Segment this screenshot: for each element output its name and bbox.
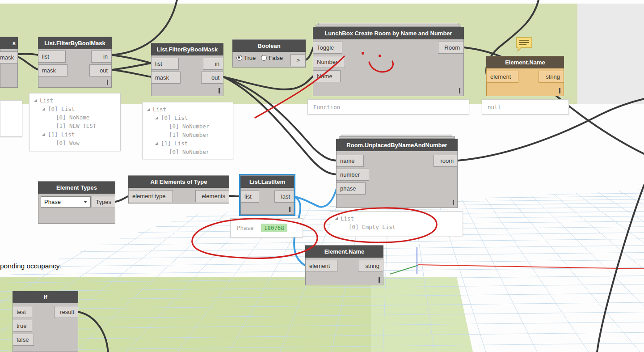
preview-bubble-room[interactable]: List [0] Empty List <box>330 211 463 236</box>
phase-label: Phase <box>237 225 254 231</box>
canvas-text-note[interactable]: ponding occupancy. <box>0 262 61 270</box>
node-room-unplaced[interactable]: Room.UnplacedByNameAndNumber name number… <box>336 139 458 208</box>
lacing-icon[interactable] <box>459 88 460 93</box>
tree-item-label: [1] NEW TEST <box>56 123 96 129</box>
tree-row: List <box>334 214 459 223</box>
node-list-lastitem[interactable]: List.LastItem list last <box>240 175 294 215</box>
preview-bubble-phase[interactable]: Phase 180768 <box>230 218 303 237</box>
tree-item-label: List <box>153 106 166 113</box>
input-port-element[interactable]: element <box>486 71 518 83</box>
node-header[interactable]: List.LastItem <box>240 176 294 188</box>
output-port-last[interactable]: last <box>274 191 294 203</box>
node-header[interactable]: Boolean <box>232 40 306 52</box>
node-header[interactable]: Element.Name <box>305 246 383 258</box>
output-port-in[interactable]: in <box>203 58 223 70</box>
note-icon[interactable] <box>516 37 534 54</box>
node-fragment-left[interactable]: s mask <box>0 37 18 88</box>
boolean-options: True False <box>236 55 288 61</box>
input-port-element[interactable]: element <box>305 260 337 272</box>
expander-icon[interactable] <box>335 217 338 220</box>
node-list-filterbyboolmask-2[interactable]: List.FilterByBoolMask list mask in out <box>151 43 223 96</box>
phase-preview-row: Phase 180768 <box>231 219 303 237</box>
node-all-elements-of-type[interactable]: All Elements of Type element type elemen… <box>128 175 229 204</box>
output-port-room[interactable]: room <box>434 155 458 167</box>
output-port-elements[interactable]: elements <box>195 190 229 202</box>
input-port-mask[interactable]: mask <box>151 72 181 84</box>
node-header[interactable]: s <box>0 37 18 49</box>
dropdown-value: Phase <box>44 199 61 205</box>
node-header[interactable]: All Elements of Type <box>128 176 229 188</box>
node-list-filterbyboolmask-1[interactable]: List.FilterByBoolMask list mask in out <box>38 37 112 88</box>
tree-item-label: [1] NoNumber <box>169 131 209 138</box>
radio-true[interactable] <box>236 55 242 61</box>
input-port-phase[interactable]: phase <box>336 182 366 195</box>
node-header[interactable]: Element Types <box>38 182 115 194</box>
tree-item-label: [1] List <box>48 131 75 138</box>
node-header[interactable]: List.FilterByBoolMask <box>151 43 223 55</box>
node-boolean[interactable]: Boolean True False > <box>232 39 306 68</box>
node-lunchbox-create-room[interactable]: LunchBox Create Room by Name and Number … <box>313 27 464 96</box>
input-port-list[interactable]: list <box>240 191 259 203</box>
expander-icon[interactable] <box>155 142 158 145</box>
input-port-number[interactable]: number <box>336 169 369 181</box>
tree-item-label: [0] NoNumber <box>169 148 209 155</box>
expander-icon[interactable] <box>34 99 37 102</box>
lacing-icon[interactable] <box>453 200 454 205</box>
input-port-list[interactable]: list <box>151 58 179 70</box>
input-port-number[interactable]: Number <box>313 56 345 68</box>
input-port-name[interactable]: Name <box>313 70 341 82</box>
preview-bubble-filter2[interactable]: List [0] List [0] NoNumber [1] NoNumber … <box>142 102 233 159</box>
output-port-bool[interactable]: > <box>290 54 306 66</box>
radio-false[interactable] <box>261 55 267 61</box>
input-port-element-type[interactable]: element type <box>128 190 173 202</box>
lacing-icon[interactable] <box>289 207 290 212</box>
lacing-icon[interactable] <box>559 88 560 93</box>
input-port-list[interactable]: list <box>38 51 66 63</box>
output-port-in[interactable]: in <box>91 51 112 63</box>
node-header[interactable]: Room.UnplacedByNameAndNumber <box>336 139 458 151</box>
node-element-types[interactable]: Element Types Phase Types <box>38 181 115 224</box>
output-port-room[interactable]: Room <box>438 42 464 54</box>
expander-icon[interactable] <box>155 116 158 119</box>
input-port-test[interactable]: test <box>13 306 32 318</box>
corner-gray <box>577 4 644 104</box>
tree-row: List <box>33 96 117 105</box>
node-header[interactable]: If <box>13 291 78 303</box>
node-element-name-bottom[interactable]: Element.Name element string <box>305 245 383 285</box>
lacing-icon[interactable] <box>379 277 380 283</box>
input-port-name[interactable]: name <box>336 155 364 167</box>
input-port-false[interactable]: false <box>13 334 34 346</box>
tree-row: [0] NoNumber <box>146 122 229 131</box>
lacing-icon[interactable] <box>107 80 108 85</box>
output-port-out[interactable]: out <box>89 64 112 76</box>
preview-bubble-null[interactable]: null <box>482 99 569 115</box>
node-if[interactable]: If test true false result <box>13 291 78 352</box>
tree-item-label: [0] Empty List <box>349 224 396 230</box>
tree-row: [0] Empty List <box>334 223 459 231</box>
expander-icon[interactable] <box>42 133 45 136</box>
preview-bubble-function[interactable]: Function <box>307 99 469 115</box>
node-header[interactable]: LunchBox Create Room by Name and Number <box>313 27 464 39</box>
preview-bubble-empty[interactable] <box>0 100 22 137</box>
element-types-dropdown[interactable]: Phase <box>41 196 91 208</box>
input-port-mask[interactable]: mask <box>38 64 67 76</box>
phase-value: 180768 <box>261 224 287 232</box>
preview-bubble-filter1[interactable]: List [0] List [0] NoName [1] NEW TEST [1… <box>29 93 121 151</box>
tree-item-label: [0] NoNumber <box>169 123 209 130</box>
lacing-icon[interactable] <box>219 88 220 93</box>
output-port-mask[interactable]: mask <box>0 51 18 64</box>
stacked-node-shadow <box>339 136 455 139</box>
output-port-types[interactable]: Types <box>92 196 115 208</box>
node-element-name-top[interactable]: Element.Name element string <box>486 56 564 96</box>
expander-icon[interactable] <box>42 107 45 110</box>
expander-icon[interactable] <box>147 108 150 111</box>
tree-item-label: [0] List <box>48 106 75 112</box>
output-port-out[interactable]: out <box>201 72 223 84</box>
output-port-string[interactable]: string <box>358 260 383 272</box>
node-header[interactable]: Element.Name <box>486 56 564 68</box>
output-port-result[interactable]: result <box>54 306 78 318</box>
input-port-true[interactable]: true <box>13 320 32 332</box>
output-port-string[interactable]: string <box>539 71 564 83</box>
node-header[interactable]: List.FilterByBoolMask <box>38 37 112 49</box>
input-port-toggle[interactable]: Toggle <box>313 42 342 54</box>
